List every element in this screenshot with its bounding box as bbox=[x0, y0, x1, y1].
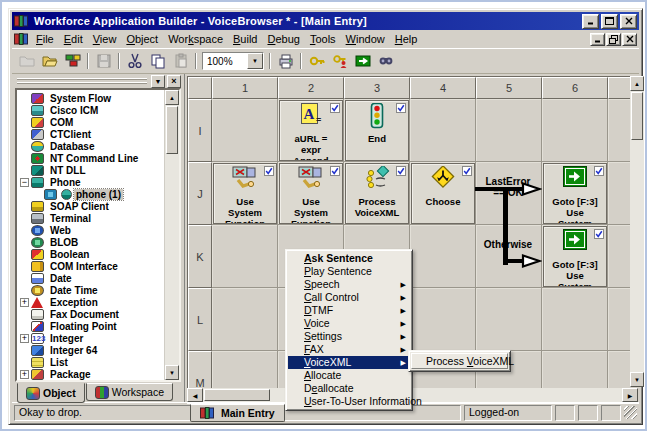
open-button[interactable] bbox=[38, 52, 61, 71]
cut-button[interactable] bbox=[123, 52, 146, 71]
tree-item-exception[interactable]: +Exception bbox=[19, 296, 164, 308]
paste-button[interactable] bbox=[169, 52, 192, 71]
enabled-checkbox[interactable] bbox=[396, 103, 406, 115]
context-menu-item-allocate[interactable]: Allocate bbox=[288, 369, 410, 382]
expand-icon[interactable]: + bbox=[20, 298, 29, 307]
expand-icon[interactable]: + bbox=[20, 334, 29, 343]
context-menu-item-dtmf[interactable]: DTMF▶ bbox=[288, 304, 410, 317]
flow-node-goto-K6[interactable]: Goto [F:3]UseSystem bbox=[543, 226, 607, 287]
enabled-checkbox[interactable] bbox=[330, 166, 340, 178]
zoom-dropdown-icon[interactable]: ▼ bbox=[247, 53, 263, 69]
tree-item-boolean[interactable]: Boolean bbox=[19, 248, 164, 260]
flow-node-end-I3[interactable]: End bbox=[345, 100, 409, 161]
tree-item-phone[interactable]: −Phone bbox=[19, 176, 164, 188]
tree-item-package[interactable]: +Package bbox=[19, 368, 164, 380]
flow-node-pvxml-J3[interactable]: ProcessVoiceXML bbox=[345, 163, 409, 224]
dock-close-button[interactable]: × bbox=[167, 75, 181, 88]
menu-tools[interactable]: Tools bbox=[305, 32, 341, 46]
scroll-up-icon[interactable]: ▲ bbox=[630, 76, 644, 91]
menu-workspace[interactable]: Workspace bbox=[163, 32, 228, 46]
tree-item-com[interactable]: COM bbox=[19, 116, 164, 128]
tree-item-date-time[interactable]: Date Time bbox=[19, 284, 164, 296]
scroll-right-icon[interactable]: ▶ bbox=[622, 388, 638, 402]
tree-item-web[interactable]: Web bbox=[19, 224, 164, 236]
menu-build[interactable]: Build bbox=[228, 32, 262, 46]
tree-scrollbar[interactable]: ▲ ▼ bbox=[164, 90, 179, 380]
tree-item-terminal[interactable]: Terminal bbox=[19, 212, 164, 224]
minimize-button[interactable] bbox=[582, 14, 599, 29]
menu-object[interactable]: Object bbox=[121, 32, 163, 46]
dock-collapse-button[interactable]: ▼ bbox=[151, 75, 165, 88]
tree-item-integer[interactable]: +123Integer bbox=[19, 332, 164, 344]
menu-edit[interactable]: Edit bbox=[59, 32, 88, 46]
context-menu-item-ask-sentence[interactable]: Ask Sentence bbox=[288, 252, 410, 265]
tree-item-com-interface[interactable]: COM Interface bbox=[19, 260, 164, 272]
flow-node-usf-J1[interactable]: UseSystemFunction bbox=[213, 163, 277, 224]
dock-header[interactable]: ▼ × bbox=[13, 75, 183, 87]
tree-item-fax-document[interactable]: Fax Document bbox=[19, 308, 164, 320]
mdi-document-icon[interactable] bbox=[14, 33, 28, 45]
grid-vertical-scrollbar[interactable]: ▲ ▼ bbox=[630, 76, 644, 387]
tree-item-database[interactable]: Database bbox=[19, 140, 164, 152]
tree-item-integer-64[interactable]: Integer 64 bbox=[19, 344, 164, 356]
context-menu-item-user-to-user-information[interactable]: User-To-User Information bbox=[288, 395, 410, 408]
menu-debug[interactable]: Debug bbox=[262, 32, 304, 46]
scroll-left-icon[interactable]: ◀ bbox=[187, 388, 203, 402]
enabled-checkbox[interactable] bbox=[594, 166, 604, 178]
tree-scroll-thumb[interactable] bbox=[166, 106, 178, 154]
tree-item-list[interactable]: List bbox=[19, 356, 164, 368]
copy-button[interactable] bbox=[146, 52, 169, 71]
menu-window[interactable]: Window bbox=[341, 32, 390, 46]
tab-workspace[interactable]: Workspace bbox=[86, 383, 173, 401]
context-menu-item-call-control[interactable]: Call Control▶ bbox=[288, 291, 410, 304]
flow-node-assign-I2[interactable]: A=aURL =exprAppend bbox=[279, 100, 343, 161]
context-menu-item-play-sentence[interactable]: Play Sentence bbox=[288, 265, 410, 278]
enabled-checkbox[interactable] bbox=[264, 166, 274, 178]
enabled-checkbox[interactable] bbox=[462, 166, 472, 178]
enabled-checkbox[interactable] bbox=[330, 103, 340, 115]
tree-item-blob[interactable]: BLOB bbox=[19, 236, 164, 248]
tree-item-ctclient[interactable]: CTClient bbox=[19, 128, 164, 140]
flow-node-goto-J6[interactable]: Goto [F:3]UseSystem bbox=[543, 163, 607, 224]
menu-file[interactable]: File bbox=[31, 32, 59, 46]
find-button[interactable] bbox=[374, 52, 397, 71]
context-menu-item-settings[interactable]: Settings▶ bbox=[288, 330, 410, 343]
enabled-checkbox[interactable] bbox=[594, 229, 604, 241]
menu-view[interactable]: View bbox=[88, 32, 122, 46]
restore-button[interactable] bbox=[606, 33, 621, 46]
menu-help[interactable]: Help bbox=[390, 32, 423, 46]
scroll-down-icon[interactable]: ▼ bbox=[630, 372, 644, 387]
submenu-item-process-voicexml[interactable]: Process VoiceXML bbox=[411, 353, 508, 369]
build-button[interactable] bbox=[61, 52, 84, 71]
tab-main-entry[interactable]: Main Entry bbox=[190, 404, 285, 422]
dock-drag-grip-icon[interactable] bbox=[17, 78, 147, 85]
minimize-button[interactable] bbox=[590, 33, 605, 46]
key-button[interactable] bbox=[305, 52, 328, 71]
tab-object[interactable]: Object bbox=[17, 383, 85, 403]
print-button[interactable] bbox=[274, 52, 297, 71]
grid-hscroll-thumb[interactable] bbox=[204, 389, 270, 401]
scroll-up-icon[interactable]: ▲ bbox=[165, 90, 179, 105]
flow-node-usf-J2[interactable]: UseSystemFunction bbox=[279, 163, 343, 224]
grid-vscroll-thumb[interactable] bbox=[631, 92, 643, 140]
context-menu-item-fax[interactable]: FAX▶ bbox=[288, 343, 410, 356]
tree-item-nt-dll[interactable]: NT DLL bbox=[19, 164, 164, 176]
maximize-button[interactable] bbox=[601, 14, 618, 29]
login-button[interactable] bbox=[328, 52, 351, 71]
expand-icon[interactable]: + bbox=[20, 370, 29, 379]
close-button[interactable] bbox=[622, 33, 637, 46]
save-button[interactable] bbox=[92, 52, 115, 71]
collapse-icon[interactable]: − bbox=[20, 178, 29, 187]
scroll-down-icon[interactable]: ▼ bbox=[165, 365, 179, 380]
logged-on-button[interactable] bbox=[351, 52, 374, 71]
context-menu-item-voice[interactable]: Voice▶ bbox=[288, 317, 410, 330]
context-menu-item-deallocate[interactable]: Deallocate bbox=[288, 382, 410, 395]
tree-item-phone-1-[interactable]: phone (1) bbox=[19, 188, 164, 200]
enabled-checkbox[interactable] bbox=[396, 166, 406, 178]
tree-item-nt-command-line[interactable]: NT Command Line bbox=[19, 152, 164, 164]
zoom-combo[interactable]: 100%▼ bbox=[202, 52, 264, 70]
flow-node-choose-J4[interactable]: Choose bbox=[411, 163, 475, 224]
tree-item-floating-point[interactable]: Floating Point bbox=[19, 320, 164, 332]
context-menu-item-voicexml[interactable]: VoiceXML▶ bbox=[288, 356, 410, 369]
close-button[interactable] bbox=[620, 14, 637, 29]
